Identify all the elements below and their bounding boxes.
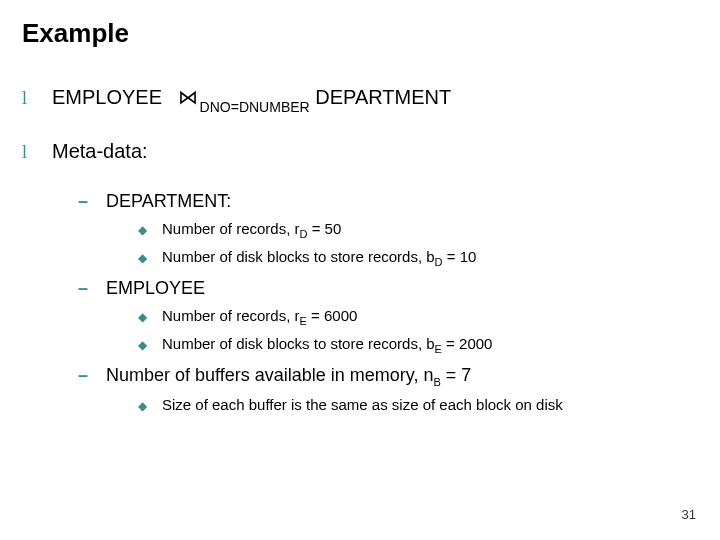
slide-body: l EMPLOYEE ⋈DNO=DNUMBER DEPARTMENT l Met… — [0, 49, 720, 413]
employee-row: – EMPLOYEE — [78, 278, 720, 299]
diamond-icon: ◆ — [138, 338, 162, 352]
page-number: 31 — [682, 507, 696, 522]
emp-blocks: Number of disk blocks to store records, … — [162, 335, 492, 355]
list-item: ◆ Number of records, rD = 50 — [138, 220, 720, 240]
buffer-note: Size of each buffer is the same as size … — [162, 396, 563, 413]
metadata-heading: Meta-data: — [52, 140, 148, 163]
department-details: ◆ Number of records, rD = 50 ◆ Number of… — [138, 220, 720, 268]
metadata-heading-row: l Meta-data: — [22, 140, 720, 163]
dept-blocks: Number of disk blocks to store records, … — [162, 248, 476, 268]
diamond-icon: ◆ — [138, 251, 162, 265]
dash-icon: – — [78, 365, 106, 386]
list-item: ◆ Number of records, rE = 6000 — [138, 307, 720, 327]
buffers-label: Number of buffers available in memory, n… — [106, 365, 471, 388]
relation-left: EMPLOYEE — [52, 86, 162, 108]
emp-records: Number of records, rE = 6000 — [162, 307, 357, 327]
department-label: DEPARTMENT: — [106, 191, 231, 212]
list-item: ◆ Number of disk blocks to store records… — [138, 335, 720, 355]
buffers-details: ◆ Size of each buffer is the same as siz… — [138, 396, 720, 413]
employee-label: EMPLOYEE — [106, 278, 205, 299]
dash-icon: – — [78, 278, 106, 299]
diamond-icon: ◆ — [138, 399, 162, 413]
department-row: – DEPARTMENT: — [78, 191, 720, 212]
diamond-icon: ◆ — [138, 223, 162, 237]
join-condition: DNO=DNUMBER — [200, 99, 310, 115]
join-icon: ⋈ — [168, 86, 200, 108]
dept-records: Number of records, rD = 50 — [162, 220, 341, 240]
bullet-icon: l — [22, 88, 52, 109]
list-item: ◆ Size of each buffer is the same as siz… — [138, 396, 720, 413]
diamond-icon: ◆ — [138, 310, 162, 324]
list-item: ◆ Number of disk blocks to store records… — [138, 248, 720, 268]
bullet-icon: l — [22, 142, 52, 163]
slide-title: Example — [0, 0, 720, 49]
relation-right: DEPARTMENT — [315, 86, 451, 108]
employee-details: ◆ Number of records, rE = 6000 ◆ Number … — [138, 307, 720, 355]
buffers-row: – Number of buffers available in memory,… — [78, 365, 720, 388]
metadata-block: – DEPARTMENT: ◆ Number of records, rD = … — [78, 191, 720, 413]
dash-icon: – — [78, 191, 106, 212]
join-expression-row: l EMPLOYEE ⋈DNO=DNUMBER DEPARTMENT — [22, 85, 720, 112]
join-expression: EMPLOYEE ⋈DNO=DNUMBER DEPARTMENT — [52, 85, 451, 112]
